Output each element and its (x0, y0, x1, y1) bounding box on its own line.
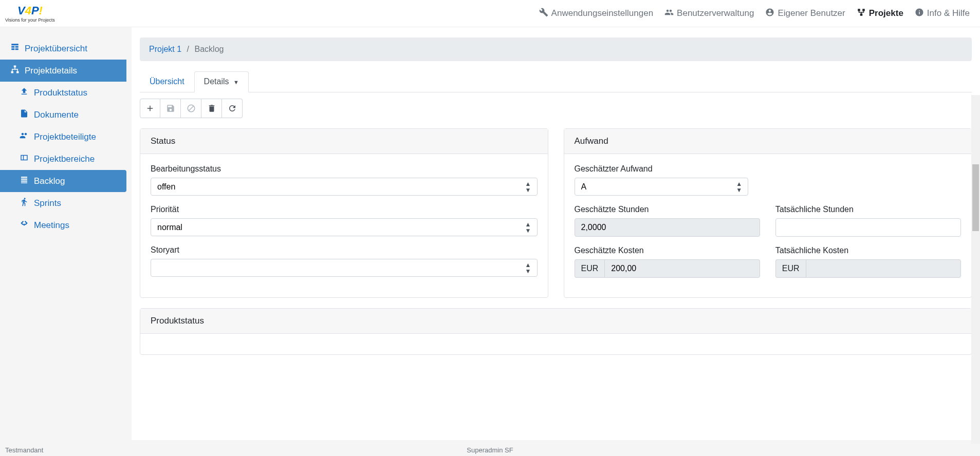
file-icon (20, 109, 29, 121)
prioritaet-label: Priorität (151, 205, 538, 214)
sidebar-item-label: Dokumente (34, 110, 79, 120)
upload-icon (20, 87, 29, 99)
tabs: Übersicht Details ▼ (140, 71, 972, 92)
sitemap-icon (10, 65, 20, 77)
logo[interactable]: V4P! Visions for your Projects (5, 4, 55, 23)
project-icon (857, 8, 866, 20)
card-status: Status Bearbeitungsstatus offen ▲▼ Prior… (140, 128, 548, 298)
toolbar (140, 99, 972, 118)
sidebar-item-label: Backlog (34, 176, 65, 186)
geschaetzter-aufwand-select[interactable]: A (575, 178, 749, 196)
table-icon (10, 43, 20, 54)
breadcrumb-current: Backlog (195, 45, 224, 53)
prioritaet-select[interactable]: normal (151, 218, 538, 236)
tab-details[interactable]: Details ▼ (194, 71, 249, 92)
sidebar-item-meetings[interactable]: Meetings (0, 214, 132, 236)
geschaetzter-aufwand-label: Geschätzter Aufwand (575, 164, 961, 174)
chevron-down-icon: ▼ (233, 79, 239, 85)
nav-ownuser[interactable]: Eigener Benutzer (765, 8, 845, 20)
sidebar-item-sprints[interactable]: Sprints (0, 192, 132, 214)
running-icon (20, 197, 29, 209)
logo-subtitle: Visions for your Projects (5, 17, 55, 23)
sidebar: Projektübersicht Projektdetails Produkts… (0, 27, 132, 440)
geschaetzte-kosten-label: Geschätzte Kosten (575, 246, 760, 255)
sidebar-item-backlog[interactable]: Backlog (0, 170, 126, 192)
currency-label: EUR (575, 259, 605, 278)
nav-projects[interactable]: Projekte (857, 8, 903, 20)
scrollbar[interactable] (971, 95, 980, 440)
tab-details-label: Details (204, 77, 229, 86)
card-produktstatus: Produktstatus (140, 308, 972, 355)
svg-rect-5 (16, 71, 19, 73)
sidebar-item-label: Projektbereiche (34, 154, 95, 164)
wrench-icon (539, 8, 548, 20)
geschaetzte-kosten-input (604, 259, 760, 278)
users-icon (20, 131, 29, 143)
sidebar-item-label: Projektübersicht (25, 44, 87, 54)
sidebar-item-overview[interactable]: Projektübersicht (0, 37, 132, 60)
topbar: V4P! Visions for your Projects Anwendung… (0, 0, 980, 27)
card-aufwand: Aufwand Geschätzter Aufwand A ▲▼ Geschät… (564, 128, 972, 298)
user-circle-icon (765, 8, 774, 20)
sidebar-item-participants[interactable]: Projektbeteiligte (0, 126, 132, 148)
add-button[interactable] (140, 99, 160, 118)
nav-projects-label: Projekte (869, 8, 903, 18)
scrollbar-thumb[interactable] (972, 164, 979, 231)
nav-settings[interactable]: Anwendungseinstellungen (539, 8, 654, 20)
sidebar-item-details[interactable]: Projektdetails (0, 60, 126, 82)
save-button[interactable] (160, 99, 181, 118)
tatsaechliche-stunden-label: Tatsächliche Stunden (775, 205, 961, 214)
board-icon (20, 153, 29, 165)
cancel-button[interactable] (181, 99, 201, 118)
topnav: Anwendungseinstellungen Benutzerverwaltu… (539, 8, 970, 20)
nav-settings-label: Anwendungseinstellungen (551, 8, 654, 18)
nav-users-label: Benutzerverwaltung (677, 8, 754, 18)
bearbeitungsstatus-label: Bearbeitungsstatus (151, 164, 538, 174)
tatsaechliche-kosten-input (806, 259, 961, 278)
currency-label: EUR (775, 259, 806, 278)
sidebar-item-label: Projektbeteiligte (34, 132, 96, 142)
main-content: Projekt 1 / Backlog Übersicht Details ▼ … (132, 27, 980, 440)
users-icon (664, 8, 674, 20)
tatsaechliche-kosten-label: Tatsächliche Kosten (775, 246, 961, 255)
svg-rect-2 (860, 13, 863, 16)
sidebar-item-productstatus[interactable]: Produktstatus (0, 82, 132, 104)
nav-ownuser-label: Eigener Benutzer (778, 8, 845, 18)
geschaetzte-stunden-label: Geschätzte Stunden (575, 205, 760, 214)
svg-rect-0 (858, 9, 860, 11)
tatsaechliche-stunden-input[interactable] (775, 218, 961, 237)
breadcrumb: Projekt 1 / Backlog (140, 37, 972, 61)
info-circle-icon (915, 8, 924, 20)
delete-button[interactable] (201, 99, 222, 118)
breadcrumb-project[interactable]: Projekt 1 (149, 45, 181, 53)
breadcrumb-separator: / (187, 45, 189, 53)
svg-rect-4 (11, 71, 14, 73)
bearbeitungsstatus-select[interactable]: offen (151, 178, 538, 196)
nav-users[interactable]: Benutzerverwaltung (664, 8, 754, 20)
refresh-button[interactable] (222, 99, 243, 118)
nav-help[interactable]: Info & Hilfe (915, 8, 970, 20)
sidebar-item-label: Meetings (34, 220, 69, 231)
card-aufwand-title: Aufwand (564, 129, 972, 154)
sidebar-item-label: Sprints (34, 198, 61, 208)
sidebar-item-label: Projektdetails (25, 66, 77, 76)
storyart-label: Storyart (151, 245, 538, 255)
nav-help-label: Info & Hilfe (927, 8, 970, 18)
card-produktstatus-title: Produktstatus (140, 309, 971, 334)
list-icon (20, 175, 29, 187)
svg-rect-1 (862, 9, 865, 11)
geschaetzte-stunden-input (575, 218, 760, 237)
logo-text: V4P! (17, 4, 43, 17)
handshake-icon (20, 219, 29, 231)
svg-rect-3 (14, 66, 16, 68)
storyart-select[interactable] (151, 259, 538, 277)
card-status-title: Status (140, 129, 548, 154)
tab-overview[interactable]: Übersicht (140, 71, 194, 92)
sidebar-item-areas[interactable]: Projektbereiche (0, 148, 132, 170)
sidebar-item-label: Produktstatus (34, 88, 87, 98)
sidebar-item-documents[interactable]: Dokumente (0, 104, 132, 126)
